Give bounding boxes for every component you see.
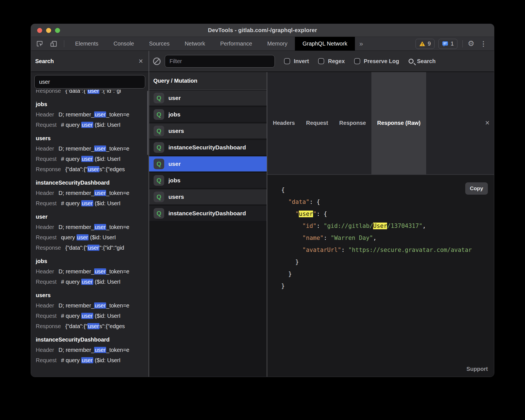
match-highlight: user <box>87 90 99 94</box>
toolbar-tab-elements[interactable]: Elements <box>68 37 106 51</box>
result-line[interactable]: Request# query user ($id: UserI <box>36 120 149 130</box>
result-line[interactable]: Requestquery user ($id: UserI <box>36 232 149 243</box>
more-options-icon[interactable]: ⋮ <box>478 40 488 47</box>
filter-option-regex[interactable]: Regex <box>318 58 345 65</box>
text-segment: s":{"edges <box>99 166 125 172</box>
result-line[interactable]: HeaderD; remember_user_token=e <box>36 109 149 120</box>
detail-tab-headers[interactable]: Headers <box>267 72 300 174</box>
list-item-jobs[interactable]: Qjobs <box>149 107 267 122</box>
result-group-title[interactable]: users <box>36 133 149 144</box>
text-segment: } <box>281 283 285 289</box>
detail-tab-request[interactable]: Request <box>300 72 334 174</box>
result-line[interactable]: Response{"data":{"user":{"id":"gid <box>36 243 149 253</box>
text-segment: : <box>324 235 331 241</box>
result-group-title[interactable]: user <box>36 212 149 222</box>
toolbar-tab-network[interactable]: Network <box>177 37 213 51</box>
result-group-title[interactable]: instanceSecurityDashboard <box>36 178 149 188</box>
result-line[interactable]: HeaderD; remember_user_token=e <box>36 188 149 198</box>
text-segment: {"data":{" <box>65 90 87 94</box>
filter-input[interactable] <box>165 55 275 68</box>
text-segment: , <box>373 235 377 241</box>
result-line-label: Response <box>36 323 61 329</box>
text-segment: " <box>295 211 299 217</box>
detail-close-button[interactable]: × <box>485 72 490 174</box>
console-messages-badge[interactable]: 1 <box>438 39 457 49</box>
device-toolbar-icon[interactable] <box>47 37 61 51</box>
detail-tab-response-raw-[interactable]: Response (Raw) <box>371 72 426 174</box>
text-segment: D; remember_ <box>59 190 94 196</box>
checkbox-preserve-log[interactable] <box>354 58 360 64</box>
text-segment: "data" <box>288 199 309 205</box>
results-scrollbar[interactable] <box>147 91 148 155</box>
close-window-button[interactable] <box>37 28 42 33</box>
list-item-instanceSecurityDashboard[interactable]: QinstanceSecurityDashboard <box>149 140 267 155</box>
copy-button[interactable]: Copy <box>465 182 488 195</box>
list-item-users[interactable]: Qusers <box>149 189 267 204</box>
result-group-title[interactable]: jobs <box>36 256 149 266</box>
result-group-title[interactable]: jobs <box>36 99 149 109</box>
text-segment: query <box>61 234 77 240</box>
result-line[interactable]: Request# query user ($id: UserI <box>36 355 149 366</box>
search-input[interactable] <box>34 75 145 89</box>
text-segment: D; remember_ <box>59 145 94 152</box>
toolbar-tabs: ElementsConsoleSourcesNetworkPerformance… <box>68 37 367 51</box>
filter-option-preserve-log[interactable]: Preserve Log <box>354 58 399 65</box>
result-group-title[interactable]: instanceSecurityDashboard <box>36 335 149 345</box>
text-segment: _token=e <box>106 190 129 196</box>
result-line[interactable]: Response{"data":{"users":{"edges <box>36 164 149 175</box>
result-line[interactable]: Response{"data":{"users":{"edges <box>36 321 149 331</box>
result-line-label: Header <box>36 111 54 118</box>
match-highlight: user <box>94 268 106 275</box>
clear-filter-icon[interactable] <box>153 58 161 65</box>
result-line[interactable]: HeaderD; remember_user_token=e <box>36 144 149 154</box>
message-count: 1 <box>451 40 454 47</box>
result-line[interactable]: HeaderD; remember_user_token=e <box>36 222 149 232</box>
result-line-label: Request <box>36 234 57 240</box>
toolbar-tab-graphql-network[interactable]: GraphQL Network <box>295 37 355 51</box>
network-search-button[interactable]: Search <box>409 58 436 65</box>
result-line[interactable]: Response{"data":{"user":{"id":"gi <box>36 90 149 96</box>
result-line[interactable]: Request# query user ($id: UserI <box>36 154 149 164</box>
filter-bar: InvertRegexPreserve Log Search <box>149 51 494 72</box>
list-item-user[interactable]: Quser <box>149 156 267 171</box>
text-segment: # query <box>61 357 81 363</box>
toolbar-tab-console[interactable]: Console <box>106 37 141 51</box>
list-item-label: user <box>168 161 181 167</box>
search-close-icon[interactable]: × <box>139 58 143 65</box>
support-link[interactable]: Support <box>466 366 488 372</box>
checkbox-regex[interactable] <box>318 58 324 64</box>
toolbar-divider <box>64 40 64 47</box>
list-item-users[interactable]: Qusers <box>149 123 267 139</box>
list-item-user[interactable]: Quser <box>149 90 267 106</box>
more-tabs-chevron-icon[interactable]: » <box>355 37 367 51</box>
checkbox-label: Preserve Log <box>364 58 399 65</box>
inspect-element-icon[interactable] <box>31 37 47 51</box>
toolbar-tab-sources[interactable]: Sources <box>142 37 177 51</box>
result-line[interactable]: HeaderD; remember_user_token=e <box>36 266 149 277</box>
settings-gear-icon[interactable]: ⚙ <box>468 40 474 47</box>
result-line-label: Request <box>36 313 57 319</box>
checkbox-invert[interactable] <box>284 58 290 64</box>
text-segment: ($id: UserI <box>93 313 121 319</box>
result-group-title[interactable]: users <box>36 290 149 300</box>
minimize-window-button[interactable] <box>46 28 51 33</box>
text-segment: : { <box>316 211 327 217</box>
issues-warning-badge[interactable]: 9 <box>416 39 435 49</box>
result-line[interactable]: Request# query user ($id: UserI <box>36 198 149 209</box>
result-line[interactable]: Request# query user ($id: UserI <box>36 277 149 287</box>
detail-tab-response[interactable]: Response <box>334 72 372 174</box>
match-highlight: user <box>94 145 106 152</box>
zoom-window-button[interactable] <box>55 28 60 33</box>
search-results: Response{"data":{"user":{"id":"gijobsHea… <box>31 90 149 377</box>
filter-options: InvertRegexPreserve Log <box>275 58 399 65</box>
filter-option-invert[interactable]: Invert <box>284 58 309 65</box>
toolbar-tab-memory[interactable]: Memory <box>260 37 295 51</box>
list-item-instanceSecurityDashboard[interactable]: QinstanceSecurityDashboard <box>149 206 267 221</box>
toolbar-tab-performance[interactable]: Performance <box>213 37 260 51</box>
result-line[interactable]: Request# query user ($id: UserI <box>36 311 149 321</box>
list-item-jobs[interactable]: Qjobs <box>149 173 267 188</box>
query-badge-icon: Q <box>154 93 164 103</box>
warning-count: 9 <box>428 40 431 47</box>
result-line[interactable]: HeaderD; remember_user_token=e <box>36 345 149 355</box>
result-line[interactable]: HeaderD; remember_user_token=e <box>36 300 149 311</box>
